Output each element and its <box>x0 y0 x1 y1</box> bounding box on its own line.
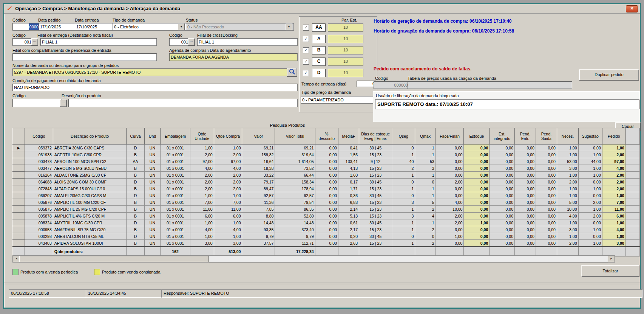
cell[interactable]: 1,00 <box>464 219 490 226</box>
row-selector[interactable] <box>13 158 25 165</box>
cell[interactable]: D <box>127 179 144 185</box>
cell[interactable]: 0,00 <box>315 165 338 172</box>
cell[interactable]: UN <box>144 240 161 247</box>
cell[interactable]: UN <box>144 145 161 151</box>
cell[interactable]: 2,00 <box>214 151 242 158</box>
cell[interactable]: 0,00 <box>578 192 602 199</box>
cell[interactable]: 0,00 <box>578 233 602 240</box>
cell[interactable]: 1,00 <box>190 192 214 199</box>
filial-compartilhamento-input[interactable] <box>12 53 157 61</box>
row-selector[interactable] <box>13 185 25 192</box>
table-row[interactable]: 000298ANESTALCON GTS C/5 MLDUN01 x 00011… <box>13 233 640 240</box>
row-marker-icon[interactable]: ▶ <box>13 145 25 151</box>
cell[interactable]: 005878 <box>25 213 53 219</box>
filial-entrega-input[interactable]: FILIAL 1 <box>40 38 157 46</box>
column-header[interactable]: Est. integrado <box>490 128 515 145</box>
tabela-codigo-input[interactable]: 000000 <box>374 81 409 89</box>
cell[interactable]: 89,47 <box>242 185 275 192</box>
cell[interactable]: 2,00 <box>214 172 242 179</box>
cell[interactable]: B <box>127 240 144 247</box>
cell[interactable]: 7,00 <box>190 199 214 206</box>
column-header[interactable]: Curva <box>127 128 144 145</box>
cell[interactable]: 000953 <box>25 226 53 233</box>
cell[interactable]: 0,00 <box>536 219 557 226</box>
cell[interactable]: 1 <box>415 219 436 226</box>
cell[interactable]: 0,00 <box>536 158 557 165</box>
cell[interactable]: 93,35 <box>242 226 275 233</box>
cell[interactable]: 37,57 <box>242 240 275 247</box>
cell[interactable]: 15 | 23 <box>359 226 392 233</box>
tipo-preco-input[interactable]: 0 - PARAMETRIZADO <box>301 96 375 104</box>
cell[interactable]: 061938 <box>25 151 53 158</box>
column-header[interactable]: MediaF <box>338 128 359 145</box>
cell[interactable]: 1,00 <box>602 219 625 226</box>
row-selector[interactable] <box>13 199 25 206</box>
cell[interactable]: D <box>127 233 144 240</box>
cell[interactable]: B <box>127 165 144 172</box>
cell[interactable]: 0,00 <box>578 179 602 185</box>
cell[interactable]: 0,00 <box>514 219 536 226</box>
cell[interactable]: 0,00 <box>490 185 515 192</box>
cell[interactable]: 0,00 <box>436 145 464 151</box>
cell[interactable]: 10,00 <box>557 206 578 213</box>
cell[interactable]: AEROLIN 5 MG SOLU NEBU <box>53 165 127 172</box>
cell[interactable]: 2,00 <box>602 151 625 158</box>
cell[interactable]: 0,00 <box>514 240 536 247</box>
cell[interactable]: B <box>127 226 144 233</box>
cell[interactable]: 2,17 <box>338 226 359 233</box>
cell[interactable]: 0,00 <box>514 179 536 185</box>
cell[interactable]: 0,00 <box>490 233 515 240</box>
table-row[interactable]: 003477AEROLIN 5 MG SOLU NEBUBUN01 x 0001… <box>13 165 640 172</box>
cell[interactable]: 11,00 <box>214 206 242 213</box>
cell[interactable]: 01 x 0001 <box>161 226 190 233</box>
cell[interactable]: 10,00 <box>436 206 464 213</box>
cell[interactable]: 1,00 <box>578 226 602 233</box>
column-header[interactable]: Pedido <box>602 128 625 145</box>
table-row[interactable]: 003478AEROLIN 100 MCG SPR C/2AAUN01 x 00… <box>13 158 640 165</box>
cell[interactable]: 1 <box>392 151 415 158</box>
cell[interactable]: 0,00 <box>315 219 338 226</box>
cell[interactable]: 0,00 <box>464 240 490 247</box>
cell[interactable]: 2,00 <box>436 179 464 185</box>
cell[interactable]: 15 | 23 <box>359 213 392 219</box>
cell[interactable]: 1 <box>392 219 415 226</box>
cell[interactable]: 0,00 <box>490 206 515 213</box>
cell[interactable]: 2,00 <box>190 151 214 158</box>
cell[interactable]: 0,00 <box>536 240 557 247</box>
cell[interactable]: AMPLICTIL 100 MG C/20 CF <box>53 199 127 206</box>
cell[interactable]: 2,00 <box>190 179 214 185</box>
chevron-down-icon[interactable]: ▼ <box>178 23 185 30</box>
curva-aa-input[interactable]: 10 <box>328 23 363 32</box>
cell[interactable]: 0,00 <box>464 213 490 219</box>
cell[interactable]: 0,00 <box>536 206 557 213</box>
cell[interactable]: 30 | 45 <box>359 145 392 151</box>
cell[interactable]: 9 | 12 <box>359 158 392 165</box>
cell[interactable]: 0,00 <box>514 165 536 172</box>
cell[interactable]: 01 x 0001 <box>161 199 190 206</box>
table-row[interactable]: 008324AMYTRIL 10MG C/30 CPRDUN01 x 00011… <box>13 219 640 226</box>
cell[interactable]: 0,00 <box>578 219 602 226</box>
cell[interactable]: 6,00 <box>190 213 214 219</box>
cell[interactable]: ABRETIA 30MG C/30 CAPS <box>53 145 127 151</box>
table-row[interactable]: ▶059372ABRETIA 30MG C/30 CAPSDUN01 x 000… <box>13 145 640 151</box>
cell[interactable]: 0 <box>415 233 436 240</box>
cell[interactable]: 0,00 <box>514 192 536 199</box>
cell[interactable]: 4,00 <box>602 226 625 233</box>
filial-entrega-lookup-button[interactable]: ... <box>31 38 38 46</box>
cell[interactable]: 7,85 <box>242 206 275 213</box>
cell[interactable]: 97,00 <box>602 158 625 165</box>
cell[interactable]: ALDACTONE 25MG C/30 CF <box>53 172 127 179</box>
cell[interactable]: 0,00 <box>315 206 338 213</box>
row-selector[interactable] <box>13 213 25 219</box>
scrollbar-thumb[interactable] <box>19 256 209 262</box>
codigo-input[interactable]: 0000 <box>12 23 40 31</box>
table-row[interactable]: 005875AMPLICTIL 25 MG C/20 CPFBUN01 x 00… <box>13 206 640 213</box>
cell[interactable]: 159,82 <box>242 151 275 158</box>
cell[interactable]: 1 <box>415 151 436 158</box>
cell[interactable]: 059372 <box>25 145 53 151</box>
cell[interactable]: 2,00 <box>602 179 625 185</box>
cell[interactable]: D <box>127 219 144 226</box>
cell[interactable]: 0,00 <box>536 145 557 151</box>
cell[interactable]: 133,41 <box>338 158 359 165</box>
cell[interactable]: 0,00 <box>578 145 602 151</box>
